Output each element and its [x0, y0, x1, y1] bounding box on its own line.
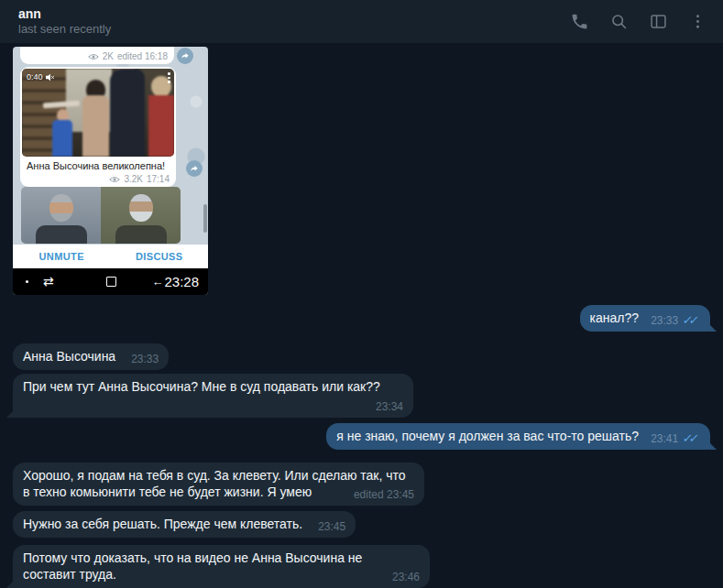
- message-meta: edited 23:45: [354, 488, 414, 501]
- chat-header: ann last seen recently: [0, 0, 723, 43]
- peer-name: ann: [18, 6, 111, 22]
- message-text: Нужно за себя решать. Прежде чем клевета…: [23, 517, 302, 531]
- inner-scrollbar: [203, 204, 207, 233]
- inner-views-count: 3.2K: [124, 174, 143, 184]
- phone-time: 23:28: [164, 273, 199, 290]
- inner-message-time: 17:14: [147, 174, 170, 184]
- inner-video-caption: Анна Высочина великолепна!: [27, 159, 170, 172]
- search-icon: [609, 12, 629, 31]
- message-text: Анна Высочина: [23, 349, 115, 364]
- photo-left-man: [21, 187, 101, 244]
- peer-status: last seen recently: [18, 22, 111, 37]
- message-meta: 23:45: [318, 520, 345, 533]
- peer-info[interactable]: ann last seen recently: [18, 6, 111, 37]
- inner-partial-message: 2K edited 16:18: [20, 47, 174, 64]
- message-time: 23:45: [318, 520, 345, 533]
- message-meta: 23:33: [131, 353, 159, 365]
- home-icon: [106, 277, 116, 287]
- photo-collage[interactable]: [21, 187, 181, 244]
- message-time: 23:33: [131, 353, 159, 365]
- recents-icon: ⇄: [43, 273, 54, 289]
- search-button[interactable]: [608, 11, 630, 33]
- read-checks-icon: ✓✓: [682, 432, 701, 445]
- share-icon: [177, 48, 193, 64]
- telegram-window: ann last seen recently: [0, 0, 723, 588]
- message-edited-time: edited 23:45: [354, 488, 414, 501]
- call-button[interactable]: [568, 11, 590, 33]
- message-bubble-outgoing[interactable]: я не знаю, почему я должен за вас что-то…: [326, 423, 710, 450]
- views-eye-icon: [109, 176, 120, 183]
- views-eye-icon: [88, 53, 99, 60]
- video-duration-badge: 0:40: [27, 72, 55, 82]
- notification-dot-icon: [26, 280, 28, 283]
- message-bubble-incoming[interactable]: При чем тут Анна Высочина? Мне в суд под…: [13, 374, 413, 418]
- read-checks-icon: ✓✓: [682, 314, 701, 327]
- message-meta: 23:46: [392, 571, 420, 583]
- muted-speaker-icon: [46, 73, 55, 82]
- channel-action-bar: UNMUTE DISCUSS: [13, 245, 208, 268]
- message-meta: 23:34: [376, 400, 403, 413]
- message-meta: 23:41 ✓✓: [651, 432, 700, 445]
- screenshot-image-message[interactable]: 2K edited 16:18 0:40: [13, 47, 208, 295]
- message-text: При чем тут Анна Высочина? Мне в суд под…: [23, 379, 380, 394]
- phone-clock: ← 23:28: [151, 273, 199, 290]
- message-text: Потому что доказать, что на видео не Анн…: [23, 550, 362, 582]
- share-icon: [186, 160, 203, 177]
- kebab-menu-icon: [688, 12, 707, 31]
- message-time: 23:33: [651, 314, 678, 327]
- chat-area: 2K edited 16:18 0:40: [0, 43, 723, 588]
- message-bubble-outgoing[interactable]: канал?? 23:33 ✓✓: [580, 305, 710, 332]
- video-thumbnail[interactable]: 0:40: [22, 69, 174, 157]
- message-bubble-incoming[interactable]: Потому что доказать, что на видео не Анн…: [13, 545, 430, 588]
- back-arrow-icon: ←: [151, 273, 163, 290]
- video-duration: 0:40: [27, 72, 43, 82]
- video-scene: [22, 69, 174, 157]
- message-bubble-incoming[interactable]: Хорошо, я подам на тебя в суд. За клевет…: [13, 463, 424, 506]
- inner-video-message: 0:40 Анна Высочина великолепна!: [20, 67, 176, 187]
- inner-message-stats: 2K edited 16:18: [88, 51, 168, 61]
- message-meta: 23:33 ✓✓: [651, 314, 700, 327]
- video-menu-icon: [168, 72, 170, 85]
- inner-video-stats: 3.2K 17:14: [109, 174, 170, 184]
- sidebar-icon: [649, 12, 668, 31]
- phone-icon: [570, 12, 589, 31]
- inner-views-count: 2K: [103, 51, 114, 61]
- message-text: я не знаю, почему я должен за вас что-то…: [336, 429, 639, 443]
- header-actions: [568, 11, 708, 33]
- message-bubble-incoming[interactable]: Нужно за себя решать. Прежде чем клевета…: [13, 511, 356, 538]
- message-time: 23:46: [392, 571, 420, 583]
- inner-edited-time: edited 16:18: [117, 51, 168, 61]
- sidebar-toggle-button[interactable]: [647, 11, 669, 33]
- message-time: 23:41: [651, 432, 678, 445]
- photo-right-man: [101, 187, 181, 244]
- phone-navbar: ⇄ ← 23:28: [13, 268, 208, 295]
- unmute-button: UNMUTE: [13, 251, 111, 262]
- message-text: канал??: [590, 310, 639, 325]
- menu-button[interactable]: [686, 11, 708, 33]
- discuss-button: DISCUSS: [111, 251, 209, 262]
- message-time: 23:34: [376, 400, 403, 413]
- message-bubble-incoming[interactable]: Анна Высочина 23:33: [13, 343, 169, 370]
- message-text: Хорошо, я подам на тебя в суд. За клевет…: [23, 468, 406, 499]
